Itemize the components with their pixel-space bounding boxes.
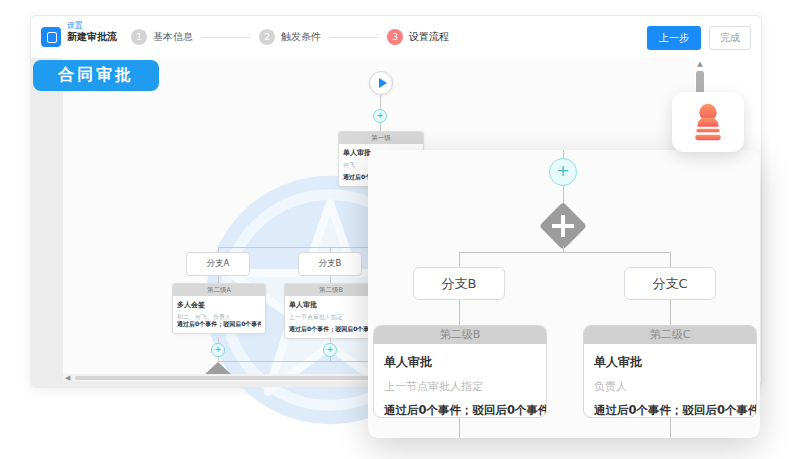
level2b-node-card[interactable]: 第二级B 单人审批 上一节点审批人指定 通过后0个事件；驳回后0个事件 (284, 283, 378, 339)
step-2-circle[interactable]: 2 (259, 29, 275, 45)
step-1-label: 基本信息 (153, 30, 193, 44)
branch-a-button[interactable]: 分支A (186, 252, 250, 276)
scroll-up-icon[interactable]: ▲ (695, 60, 705, 68)
step-1-circle[interactable]: 1 (131, 29, 147, 45)
step-connector (201, 37, 251, 38)
stamp-icon (690, 103, 726, 141)
flow-name-tag: 合同审批 (33, 60, 159, 91)
branch-b-button[interactable]: 分支B (413, 267, 505, 300)
node-assignee: 上一节点审批人指定 (289, 313, 373, 322)
node-events: 通过后0个事件；驳回后0个事件 (289, 325, 373, 334)
wizard-steps: 1 基本信息 2 触发条件 3 设置流程 (131, 16, 457, 58)
node-assignee: 负责人 (594, 379, 746, 394)
node-type: 单人审批 (384, 354, 536, 371)
add-node-button[interactable]: + (549, 158, 577, 186)
node-events: 通过后0个事件；驳回后0个事件 (384, 403, 536, 418)
step-2-label: 触发条件 (281, 30, 321, 44)
zoomed-flow-panel: + 分支B 分支C 第二级B 单人审批 上一节点审批人指定 通过后0个事件；驳回… (368, 150, 760, 438)
node-type: 多人会签 (177, 300, 261, 310)
branch-b-button[interactable]: 分支B (298, 252, 362, 276)
end-triangle-icon (205, 362, 231, 374)
play-icon (379, 78, 387, 88)
node-title: 第二级A (173, 284, 265, 296)
app-section-label: 设置 (67, 21, 117, 31)
canvas-left-gutter (31, 58, 63, 387)
node-title: 第二级B (285, 284, 377, 296)
screen: 设置 新建审批流 1 基本信息 2 触发条件 3 设置流程 上一步 完成 (0, 0, 792, 459)
node-title: 第一级 (339, 132, 423, 144)
step-3-label: 设置流程 (409, 30, 449, 44)
level2a-node-card[interactable]: 第二级A 多人会签 和二、何飞、负责人 通过后0个事件；驳回后0个事件 (172, 283, 266, 334)
add-node-button[interactable]: + (323, 343, 337, 357)
node-events: 通过后0个事件；驳回后0个事件 (594, 403, 746, 418)
page-title: 新建审批流 (67, 31, 117, 44)
level2c-node-card[interactable]: 第二级C 单人审批 负责人 通过后0个事件；驳回后0个事件 (583, 325, 757, 418)
step-connector (329, 37, 379, 38)
add-node-button[interactable]: + (211, 343, 225, 357)
step-3-circle[interactable]: 3 (387, 29, 403, 45)
node-type: 单人审批 (289, 300, 373, 310)
node-events: 通过后0个事件；驳回后0个事件 (177, 320, 261, 329)
scroll-left-icon[interactable]: ◀ (65, 374, 70, 382)
add-node-button[interactable]: + (373, 109, 387, 123)
branch-c-button[interactable]: 分支C (624, 267, 716, 300)
stamp-card[interactable] (672, 92, 744, 152)
start-node[interactable] (369, 71, 393, 95)
node-assignee: 上一节点审批人指定 (384, 379, 536, 394)
wizard-topbar: 设置 新建审批流 1 基本信息 2 触发条件 3 设置流程 上一步 完成 (31, 16, 761, 59)
node-type: 单人审批 (594, 354, 746, 371)
prev-step-button[interactable]: 上一步 (647, 26, 701, 50)
level2b-node-card[interactable]: 第二级B 单人审批 上一节点审批人指定 通过后0个事件；驳回后0个事件 (373, 325, 547, 418)
app-icon (41, 27, 61, 47)
node-title: 第二级C (584, 326, 756, 344)
node-title: 第二级B (374, 326, 546, 344)
condition-merge-node[interactable] (539, 202, 587, 250)
finish-button[interactable]: 完成 (709, 26, 751, 50)
